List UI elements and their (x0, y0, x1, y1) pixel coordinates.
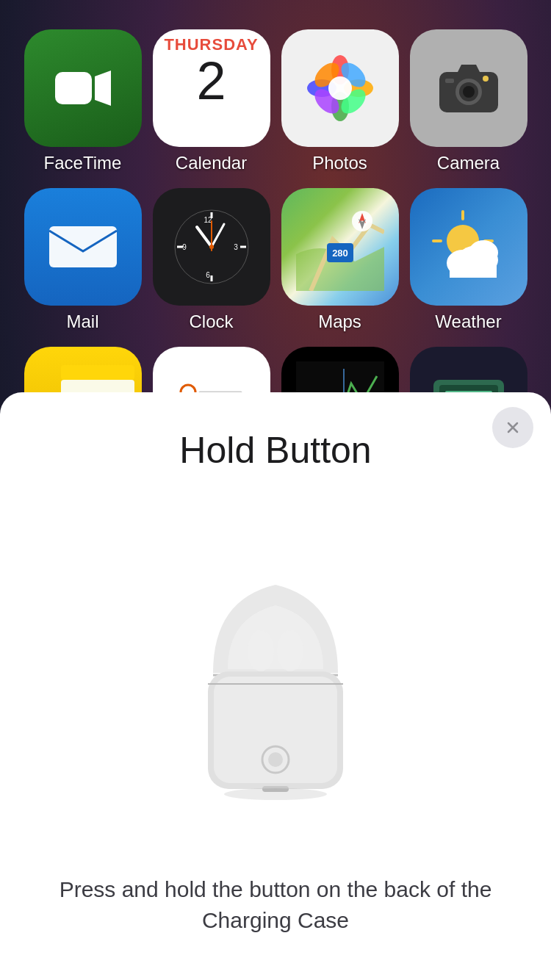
svg-rect-45 (450, 260, 497, 278)
app-item-weather[interactable]: Weather (408, 188, 529, 332)
modal-description: Press and hold the button on the back of… (22, 874, 529, 936)
app-item-facetime[interactable]: FaceTime (22, 29, 143, 173)
svg-point-30 (209, 245, 214, 249)
weather-icon[interactable] (410, 188, 527, 306)
maps-icon[interactable]: 280 (281, 188, 399, 306)
svg-rect-17 (49, 226, 117, 267)
svg-rect-0 (55, 72, 92, 104)
camera-label: Camera (437, 153, 500, 173)
app-item-photos[interactable]: Photos (279, 29, 400, 173)
close-button[interactable] (492, 407, 533, 448)
camera-icon[interactable] (410, 29, 527, 147)
mail-icon[interactable] (24, 188, 142, 306)
svg-point-79 (224, 788, 327, 800)
app-item-clock[interactable]: 12 3 6 9 Clock (151, 188, 272, 332)
photos-label: Photos (312, 153, 367, 173)
facetime-label: FaceTime (44, 153, 122, 173)
app-item-maps[interactable]: 280 Maps (279, 188, 400, 332)
airpods-illustration (22, 486, 529, 874)
app-item-mail[interactable]: Mail (22, 188, 143, 332)
modal-title: Hold Button (179, 429, 371, 472)
svg-point-75 (268, 752, 283, 767)
app-item-calendar[interactable]: Thursday 2 Calendar (151, 29, 272, 173)
weather-label: Weather (435, 311, 501, 332)
modal-sheet: Hold Button Press and h (0, 392, 551, 980)
svg-point-10 (328, 76, 352, 100)
calendar-label: Calendar (176, 153, 247, 173)
svg-text:280: 280 (332, 248, 348, 259)
svg-marker-1 (95, 71, 111, 106)
svg-rect-46 (61, 365, 134, 380)
svg-text:6: 6 (206, 271, 210, 279)
svg-point-14 (463, 86, 475, 98)
svg-point-76 (248, 630, 274, 671)
facetime-icon[interactable] (24, 29, 142, 147)
svg-rect-16 (445, 79, 454, 83)
photos-icon[interactable] (281, 29, 399, 147)
maps-label: Maps (318, 311, 361, 332)
mail-label: Mail (66, 311, 98, 332)
svg-rect-72 (214, 677, 337, 783)
app-item-camera[interactable]: Camera (408, 29, 529, 173)
clock-label: Clock (189, 311, 233, 332)
svg-point-77 (277, 630, 303, 671)
clock-icon[interactable]: 12 3 6 9 (153, 188, 270, 306)
svg-point-15 (483, 76, 489, 82)
svg-text:9: 9 (182, 243, 187, 251)
calendar-day-number: 2 (196, 54, 226, 107)
svg-text:3: 3 (234, 243, 238, 251)
calendar-icon[interactable]: Thursday 2 (153, 29, 270, 147)
